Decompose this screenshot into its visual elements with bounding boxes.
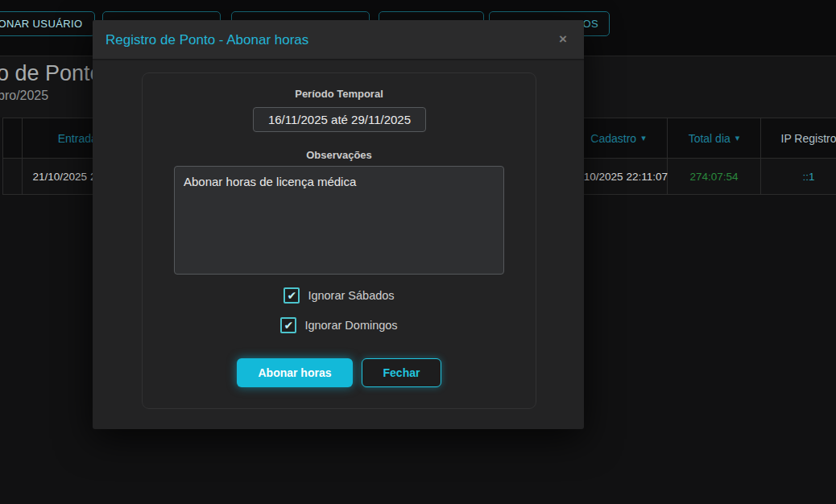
modal-title: Registro de Ponto - Abonar horas <box>106 20 308 60</box>
modal-header: Registro de Ponto - Abonar horas × <box>93 20 584 60</box>
header-total-dia-label: Total dia <box>689 132 730 145</box>
sort-caret-icon: ▾ <box>641 133 646 143</box>
header-total-dia[interactable]: Total dia ▾ <box>668 118 761 158</box>
header-entrada-label: Entrada <box>58 132 97 145</box>
cell-ip-registro: ::1 <box>761 159 836 194</box>
ignore-sundays-checkbox[interactable]: ✔ <box>280 317 296 333</box>
header-cadastro[interactable]: Cadastro ▾ <box>569 118 668 158</box>
fechar-button[interactable]: Fechar <box>362 358 441 387</box>
abonar-horas-modal: Registro de Ponto - Abonar horas × Perío… <box>93 20 584 429</box>
cell-cadastro: 21/10/2025 22:11:07 <box>569 159 668 194</box>
cell-select <box>3 159 23 194</box>
modal-button-row: Abonar horas Fechar <box>143 358 536 387</box>
ignore-saturdays-checkbox[interactable]: ✔ <box>283 287 300 304</box>
ignore-sundays-row: ✔ Ignorar Domingos <box>143 317 536 333</box>
app-screen: IONAR USUÁRIO OS o de Ponto bro/2025 Ent… <box>0 0 836 504</box>
header-select <box>3 118 23 158</box>
page-subtitle: bro/2025 <box>0 89 48 103</box>
header-ip-label: IP Registro <box>781 132 836 145</box>
period-label: Período Temporal <box>143 88 536 100</box>
header-cadastro-label: Cadastro <box>590 132 636 145</box>
ignore-saturdays-label: Ignorar Sábados <box>308 289 394 302</box>
abonar-horas-button[interactable]: Abonar horas <box>237 358 353 387</box>
close-icon[interactable]: × <box>553 30 573 49</box>
cell-total-dia: 274:07:54 <box>668 159 761 194</box>
ignore-sundays-label: Ignorar Domingos <box>304 319 397 332</box>
observations-label: Observações <box>143 149 536 161</box>
sort-caret-icon: ▾ <box>735 133 740 143</box>
top-button-usuario[interactable]: IONAR USUÁRIO <box>0 11 95 36</box>
modal-form-panel: Período Temporal 16/11/2025 até 29/11/20… <box>142 72 536 409</box>
ignore-saturdays-row: ✔ Ignorar Sábados <box>143 287 536 304</box>
page-title: o de Ponto <box>0 61 102 86</box>
observations-textarea[interactable]: Abonar horas de licença médica <box>174 166 504 275</box>
period-range-input[interactable]: 16/11/2025 até 29/11/2025 <box>253 107 426 132</box>
header-ip-registro[interactable]: IP Registro <box>761 118 836 158</box>
